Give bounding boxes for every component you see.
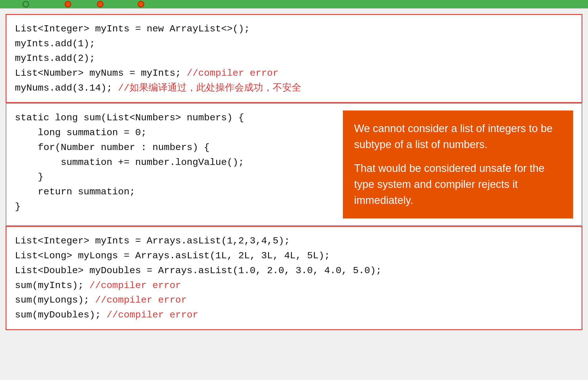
- code-block-1: List<Integer> myInts = new ArrayList<>()…: [6, 14, 582, 103]
- code-line-3: myInts.add(2);: [15, 51, 573, 66]
- progress-dot-3: [97, 1, 104, 8]
- code-line-b2: long summation = 0;: [15, 125, 343, 140]
- progress-dot-2: [65, 1, 71, 8]
- code-line-b6: return summation;: [15, 185, 343, 199]
- code-line-c4: sum(myInts); //compiler error: [15, 278, 573, 293]
- code-line-c5: sum(myLongs); //compiler error: [15, 293, 573, 308]
- code-line-4: List<Number> myNums = myInts; //compiler…: [15, 66, 573, 81]
- progress-dot-4: [138, 1, 144, 8]
- top-progress-bar: [0, 0, 588, 8]
- code-line-c2: List<Long> myLongs = Arrays.asList(1L, 2…: [15, 248, 573, 263]
- code-line-c6: sum(myDoubles); //compiler error: [15, 308, 573, 323]
- explanation-paragraph-1: We cannot consider a list of integers to…: [354, 121, 562, 153]
- code-line-b5: }: [15, 170, 343, 185]
- code-line-b1: static long sum(List<Numbers> numbers) {: [15, 110, 343, 125]
- code-line-c3: List<Double> myDoubles = Arrays.asList(1…: [15, 263, 573, 278]
- explanation-paragraph-2: That would be considered unsafe for the …: [354, 160, 562, 208]
- code-line-b7: }: [15, 199, 343, 214]
- code-line-2: myInts.add(1);: [15, 36, 573, 51]
- explanation-box: We cannot consider a list of integers to…: [343, 110, 573, 218]
- progress-dot-1: [22, 1, 29, 8]
- code-block-2: static long sum(List<Numbers> numbers) {…: [6, 103, 582, 226]
- code-line-b3: for(Number number : numbers) {: [15, 140, 343, 155]
- code-block-2-code: static long sum(List<Numbers> numbers) {…: [15, 110, 343, 218]
- code-line-5: myNums.add(3.14); //如果编译通过，此处操作会成功，不安全: [15, 81, 573, 96]
- code-block-3: List<Integer> myInts = Arrays.asList(1,2…: [6, 226, 582, 330]
- code-line-c1: List<Integer> myInts = Arrays.asList(1,2…: [15, 234, 573, 248]
- code-line-1: List<Integer> myInts = new ArrayList<>()…: [15, 22, 573, 36]
- code-line-b4: summation += number.longValue();: [15, 155, 343, 170]
- progress-line: [0, 0, 588, 8]
